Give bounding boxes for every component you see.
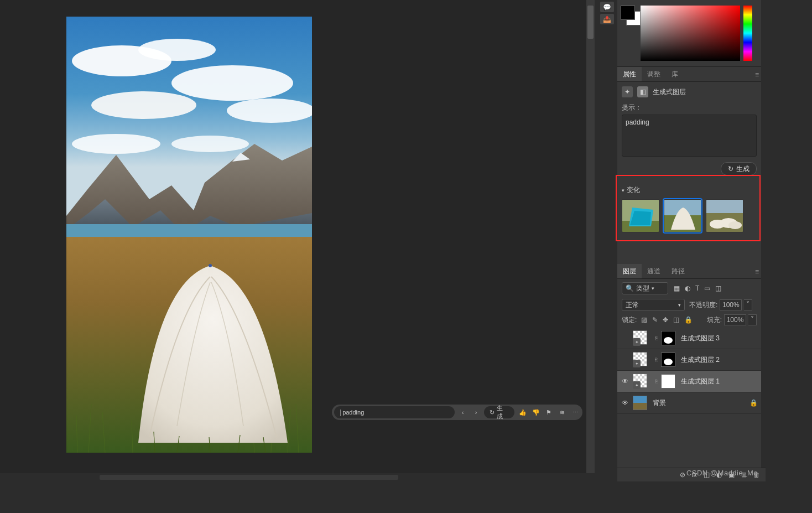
mask-link-icon[interactable]: ⎘ xyxy=(655,335,658,341)
prompt-label: 提示： xyxy=(622,103,757,112)
tab-libraries[interactable]: 库 xyxy=(666,67,684,81)
layers-panel: 图层 通道 路径 ≡ 🔍类型▾ ▦ ◐ T ▭ ◫ 正常▾ 不透明度: 100%… xyxy=(617,264,761,414)
lock-position-icon[interactable]: ✥ xyxy=(663,316,668,324)
contextual-prompt-input[interactable] xyxy=(341,408,449,416)
layer-mask-thumbnail[interactable] xyxy=(661,353,675,367)
link-layers-icon[interactable]: ⊘ xyxy=(680,471,685,479)
settings-icon[interactable]: ≋ xyxy=(557,407,567,417)
generative-badge-icon: ✦ xyxy=(633,360,641,367)
lock-icon[interactable]: 🔒 xyxy=(749,399,758,407)
foreground-color-swatch[interactable] xyxy=(621,6,635,20)
svg-point-32 xyxy=(728,221,742,229)
variation-2[interactable] xyxy=(664,199,701,232)
visibility-toggle[interactable]: 👁 xyxy=(621,377,629,385)
canvas-workspace xyxy=(0,0,595,473)
filter-adjustment-icon[interactable]: ◐ xyxy=(685,284,690,292)
layer-row[interactable]: ✦⎘生成式图层 2 xyxy=(617,349,761,371)
variation-thumbnails xyxy=(622,199,757,232)
filter-smart-icon[interactable]: ◫ xyxy=(715,284,721,292)
svg-rect-38 xyxy=(633,403,647,410)
new-layer-icon[interactable]: ⊞ xyxy=(741,471,747,479)
layer-filter-type-select[interactable]: 🔍类型▾ xyxy=(622,282,668,294)
layer-row[interactable]: 👁背景🔒 xyxy=(617,392,761,414)
layer-row[interactable]: ✦⎘生成式图层 3 xyxy=(617,328,761,349)
blend-mode-label: 正常 xyxy=(626,300,639,310)
new-group-icon[interactable]: ▣ xyxy=(728,471,735,479)
scrollbar-track[interactable] xyxy=(100,475,398,480)
panel-menu-icon[interactable]: ≡ xyxy=(755,268,759,276)
generate-button[interactable]: ↻生成 xyxy=(484,406,514,418)
lock-all-icon[interactable]: 🔒 xyxy=(684,316,693,324)
layer-name-label[interactable]: 生成式图层 2 xyxy=(681,355,758,365)
hue-slider[interactable] xyxy=(743,6,752,61)
mask-link-icon[interactable]: ⎘ xyxy=(655,379,658,384)
horizontal-scrollbar[interactable] xyxy=(0,473,595,481)
properties-panel-body: ✦ ◧ 生成式图层 提示： padding ↻生成 ▾变化 xyxy=(617,82,761,239)
layer-mask-thumbnail[interactable] xyxy=(661,374,675,388)
fill-input[interactable]: 100% xyxy=(724,314,746,325)
generate-label: 生成 xyxy=(497,404,509,421)
more-icon[interactable]: ⋯ xyxy=(570,407,580,417)
thumbs-down-icon[interactable]: 👎 xyxy=(531,407,541,417)
svg-point-6 xyxy=(72,134,160,154)
layer-style-icon[interactable]: fx xyxy=(692,471,697,479)
share-panel-icon[interactable]: 📤 xyxy=(600,14,614,24)
variation-3[interactable] xyxy=(706,199,743,232)
lock-transparency-icon[interactable]: ▨ xyxy=(641,316,647,324)
opacity-input[interactable]: 100% xyxy=(720,299,742,310)
generate-label: 生成 xyxy=(736,164,749,174)
chevron-down-icon[interactable]: ▾ xyxy=(622,188,624,193)
vertical-scrollbar[interactable] xyxy=(586,0,595,473)
tab-adjustments[interactable]: 调整 xyxy=(642,67,666,81)
svg-point-7 xyxy=(171,136,249,152)
svg-rect-28 xyxy=(706,200,743,213)
tab-layers[interactable]: 图层 xyxy=(617,264,642,278)
opacity-dropdown[interactable]: ˅ xyxy=(744,299,752,310)
layer-thumbnail[interactable] xyxy=(633,396,647,410)
generative-badge-icon: ✦ xyxy=(633,381,641,389)
mask-link-icon[interactable]: ⎘ xyxy=(655,357,658,362)
tab-properties[interactable]: 属性 xyxy=(617,67,642,81)
tab-channels[interactable]: 通道 xyxy=(642,264,666,278)
generative-badge-icon: ✦ xyxy=(633,338,641,346)
visibility-toggle[interactable]: 👁 xyxy=(621,399,629,407)
variations-section: ▾变化 xyxy=(622,175,757,232)
layer-mask-thumbnail[interactable] xyxy=(661,331,675,345)
prev-variation-button[interactable]: ‹ xyxy=(458,407,468,417)
layer-row[interactable]: 👁✦⎘生成式图层 1 xyxy=(617,371,761,392)
add-mask-icon[interactable]: ◫ xyxy=(704,471,710,479)
color-field[interactable] xyxy=(641,6,740,61)
thumbs-up-icon[interactable]: 👍 xyxy=(518,407,528,417)
layer-filter-row: 🔍类型▾ ▦ ◐ T ▭ ◫ xyxy=(617,279,761,298)
svg-point-2 xyxy=(138,39,216,61)
comments-panel-icon[interactable]: 💬 xyxy=(600,2,614,12)
filter-pixel-icon[interactable]: ▦ xyxy=(674,284,680,292)
prompt-textarea[interactable]: padding xyxy=(622,115,757,157)
tab-paths[interactable]: 路径 xyxy=(666,264,690,278)
filter-shape-icon[interactable]: ▭ xyxy=(704,284,710,292)
properties-generate-button[interactable]: ↻生成 xyxy=(721,162,757,175)
layer-name-label[interactable]: 生成式图层 3 xyxy=(681,334,758,343)
lock-image-icon[interactable]: ✎ xyxy=(652,316,658,324)
next-variation-button[interactable]: › xyxy=(471,407,481,417)
canvas-image xyxy=(66,17,312,453)
filter-type-icon[interactable]: T xyxy=(695,284,699,292)
layer-name-label[interactable]: 生成式图层 1 xyxy=(681,377,758,386)
variation-1[interactable] xyxy=(622,199,659,232)
blend-mode-select[interactable]: 正常▾ xyxy=(622,299,685,311)
blend-opacity-row: 正常▾ 不透明度: 100% ˅ xyxy=(617,298,761,312)
svg-point-4 xyxy=(227,99,312,123)
scrollbar-thumb[interactable] xyxy=(587,6,594,39)
document-canvas[interactable] xyxy=(66,17,312,453)
panel-menu-icon[interactable]: ≡ xyxy=(755,71,759,79)
delete-layer-icon[interactable]: 🗑 xyxy=(753,471,760,479)
layer-mask-icon: ◧ xyxy=(637,86,648,97)
svg-point-5 xyxy=(91,91,196,119)
fill-dropdown[interactable]: ˅ xyxy=(748,314,757,325)
flag-icon[interactable]: ⚑ xyxy=(544,407,554,417)
lock-artboard-icon[interactable]: ◫ xyxy=(673,316,679,324)
layer-name-label[interactable]: 背景 xyxy=(653,398,746,408)
properties-panel-tabs: 属性 调整 库 ≡ xyxy=(617,67,761,82)
collapsed-panel-dock: 💬 📤 xyxy=(597,0,617,25)
new-adjustment-icon[interactable]: ◐ xyxy=(716,471,722,479)
